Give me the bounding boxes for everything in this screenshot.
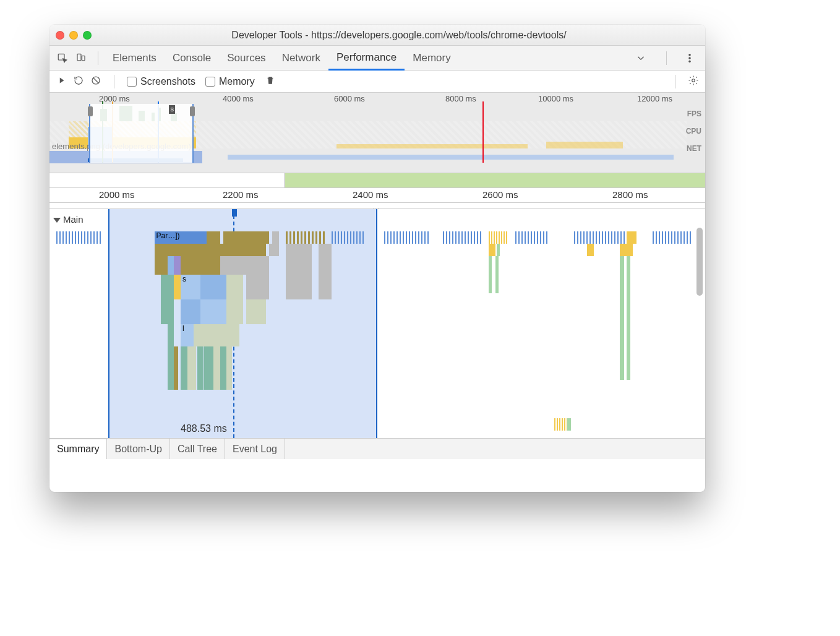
memory-label: Memory — [219, 76, 255, 87]
settings-icon[interactable] — [688, 75, 699, 88]
divider — [98, 51, 98, 65]
kebab-menu-icon[interactable] — [682, 50, 698, 66]
flame-scrollbar[interactable] — [696, 228, 703, 296]
selection-handle-right[interactable] — [190, 106, 195, 116]
svg-point-3 — [689, 54, 690, 55]
minimize-icon[interactable] — [69, 31, 78, 40]
selection-handle-left[interactable] — [88, 106, 93, 116]
tab-console[interactable]: Console — [165, 46, 219, 70]
details-tab-event-log[interactable]: Event Log — [225, 439, 285, 459]
overview-marker-red — [482, 101, 484, 163]
flame-ruler[interactable]: 2000 ms 2200 ms 2400 ms 2600 ms 2800 ms — [49, 188, 705, 203]
flame-row — [49, 256, 705, 275]
frames-strip[interactable] — [49, 173, 705, 188]
details-tab-call-tree[interactable]: Call Tree — [170, 439, 225, 459]
more-tabs-icon[interactable] — [633, 50, 649, 66]
clear-icon[interactable] — [90, 75, 101, 88]
flame-row — [49, 346, 705, 390]
svg-rect-1 — [77, 54, 81, 61]
flame-cell[interactable]: s — [181, 275, 200, 299]
details-tab-bottom-up[interactable]: Bottom-Up — [107, 439, 169, 459]
performance-toolbar: Screenshots Memory — [49, 71, 705, 93]
flame-chart[interactable]: Main Par…]) — [49, 209, 705, 438]
reload-icon[interactable] — [73, 75, 84, 88]
tab-network[interactable]: Network — [274, 46, 328, 70]
flame-cell[interactable]: l — [181, 324, 194, 346]
selection-duration: 488.53 ms — [181, 423, 227, 434]
svg-point-7 — [692, 79, 695, 82]
devtools-window: Developer Tools - https://developers.goo… — [49, 25, 705, 492]
flame-row — [49, 244, 705, 256]
overview-row-labels: FPS CPU NET — [686, 105, 701, 157]
flame-cell[interactable]: Par…]) — [155, 231, 207, 244]
collapsed-tracks-indicator[interactable]: … — [49, 203, 705, 209]
window-controls — [56, 31, 92, 40]
close-icon[interactable] — [56, 31, 64, 40]
screenshots-checkbox[interactable]: Screenshots — [127, 76, 195, 87]
details-tab-summary[interactable]: Summary — [49, 439, 107, 459]
tab-performance[interactable]: Performance — [328, 46, 405, 71]
overview-pane[interactable]: 2000 ms 4000 ms 6000 ms 8000 ms 10000 ms… — [49, 93, 705, 173]
inspect-icon[interactable] — [54, 50, 71, 66]
window-title: Developer Tools - https://developers.goo… — [99, 30, 699, 41]
svg-point-4 — [689, 57, 690, 58]
tab-memory[interactable]: Memory — [405, 46, 458, 70]
svg-rect-2 — [82, 56, 85, 61]
trash-icon[interactable] — [265, 75, 276, 88]
device-toggle-icon[interactable] — [73, 50, 89, 66]
flame-row — [49, 299, 705, 324]
flame-row: Par…]) — [49, 231, 705, 244]
zoom-icon[interactable] — [83, 31, 92, 40]
flame-row: s — [49, 275, 705, 299]
screenshots-label: Screenshots — [140, 76, 195, 87]
main-thread-header[interactable]: Main — [53, 214, 84, 225]
divider — [675, 75, 675, 88]
divider — [114, 75, 114, 88]
record-icon[interactable] — [56, 75, 67, 88]
divider — [666, 51, 667, 65]
details-tabbar: Summary Bottom-Up Call Tree Event Log — [49, 438, 705, 459]
titlebar: Developer Tools - https://developers.goo… — [49, 25, 705, 46]
chevron-down-icon — [53, 218, 61, 223]
frames-fill — [285, 173, 705, 187]
memory-checkbox[interactable]: Memory — [205, 76, 255, 87]
flame-row: l — [49, 324, 705, 346]
svg-point-5 — [689, 61, 690, 62]
tab-sources[interactable]: Sources — [219, 46, 273, 70]
panel-tabbar: Elements Console Sources Network Perform… — [49, 46, 705, 71]
overview-ticks: 2000 ms 4000 ms 6000 ms 8000 ms 10000 ms… — [49, 94, 705, 104]
overview-selection-label: s — [169, 105, 175, 114]
tab-elements[interactable]: Elements — [105, 46, 165, 70]
overview-selection[interactable]: s — [89, 104, 194, 163]
